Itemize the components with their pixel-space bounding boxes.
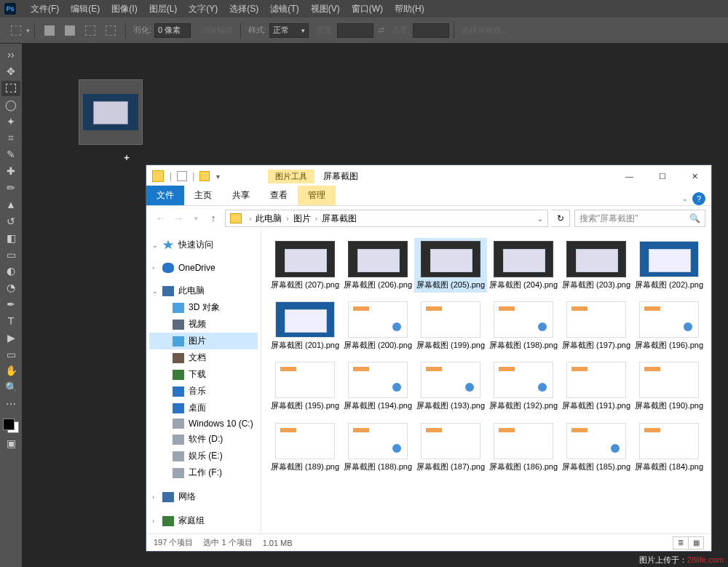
breadcrumb[interactable]: 图片 xyxy=(292,213,312,225)
menu-type[interactable]: 文字(Y) xyxy=(183,3,223,15)
close-button[interactable]: ✕ xyxy=(678,165,711,187)
tree-videos[interactable]: 视频 xyxy=(149,316,258,333)
crumb-sep-icon[interactable]: › xyxy=(283,215,291,223)
tool-preset-icon[interactable] xyxy=(9,23,23,38)
tree-homegroup[interactable]: ›家庭组 xyxy=(149,512,258,529)
eyedropper-tool-icon[interactable]: ✎ xyxy=(1,147,20,162)
brush-tool-icon[interactable]: ✏ xyxy=(1,181,20,196)
refresh-button[interactable]: ↻ xyxy=(551,210,570,227)
minimize-button[interactable]: ― xyxy=(613,165,646,187)
file-item[interactable]: 屏幕截图 (190).png xyxy=(633,359,705,413)
file-item[interactable]: 屏幕截图 (191).png xyxy=(560,359,633,413)
selection-subtract-icon[interactable] xyxy=(83,23,98,38)
menu-file[interactable]: 文件(F) xyxy=(25,3,65,15)
address-bar[interactable]: › 此电脑 › 图片 › 屏幕截图 ⌄ xyxy=(225,210,548,227)
file-grid[interactable]: 屏幕截图 (207).png屏幕截图 (206).png屏幕截图 (205).p… xyxy=(261,231,711,534)
stamp-tool-icon[interactable]: ▲ xyxy=(1,197,20,213)
tree-drive-f[interactable]: 工作 (F:) xyxy=(149,464,258,481)
crop-tool-icon[interactable]: ⌗ xyxy=(1,130,20,146)
maximize-button[interactable]: ☐ xyxy=(646,165,678,187)
nav-back-button[interactable]: ← xyxy=(152,210,170,227)
file-item[interactable]: 屏幕截图 (205).png xyxy=(414,238,487,293)
selection-intersect-icon[interactable] xyxy=(103,23,118,38)
tree-downloads[interactable]: 下载 xyxy=(149,366,258,383)
search-input[interactable]: 搜索"屏幕截图" 🔍 xyxy=(574,210,705,227)
menu-layer[interactable]: 图层(L) xyxy=(143,3,183,15)
menu-help[interactable]: 帮助(H) xyxy=(389,3,430,15)
file-item[interactable]: 屏幕截图 (206).png xyxy=(341,238,414,293)
menu-select[interactable]: 选择(S) xyxy=(223,3,264,15)
file-item[interactable]: 屏幕截图 (188).png xyxy=(341,420,414,475)
tree-drive-e[interactable]: 娱乐 (E:) xyxy=(149,448,258,464)
file-item[interactable]: 屏幕截图 (192).png xyxy=(487,359,560,413)
file-item[interactable]: 屏幕截图 (184).png xyxy=(633,420,705,475)
file-item[interactable]: 屏幕截图 (194).png xyxy=(341,359,414,413)
tree-thispc[interactable]: ⌄此电脑 xyxy=(149,282,258,299)
ribbon-tab-manage[interactable]: 管理 xyxy=(298,186,336,205)
color-swatch[interactable] xyxy=(1,417,20,435)
file-item[interactable]: 屏幕截图 (193).png xyxy=(414,359,487,413)
history-brush-tool-icon[interactable]: ↺ xyxy=(1,213,20,229)
file-item[interactable]: 屏幕截图 (197).png xyxy=(560,298,633,353)
view-details-button[interactable]: ≣ xyxy=(673,536,689,550)
dodge-tool-icon[interactable]: ◔ xyxy=(1,280,20,296)
file-item[interactable]: 屏幕截图 (204).png xyxy=(487,238,560,293)
shape-tool-icon[interactable]: ▭ xyxy=(1,346,20,362)
crumb-sep-icon[interactable]: › xyxy=(312,215,320,223)
ribbon-tab-home[interactable]: 主页 xyxy=(184,186,222,205)
nav-up-button[interactable]: ↑ xyxy=(205,210,222,227)
menu-filter[interactable]: 滤镜(T) xyxy=(264,3,304,15)
collapse-toolbar-icon[interactable]: ›› xyxy=(1,47,20,63)
type-tool-icon[interactable]: T xyxy=(1,314,20,329)
tree-3dobjects[interactable]: 3D 对象 xyxy=(149,299,258,316)
marquee-tool-icon[interactable] xyxy=(1,81,20,96)
nav-forward-button[interactable]: → xyxy=(170,210,187,227)
view-icons-button[interactable]: ▦ xyxy=(688,536,704,550)
breadcrumb[interactable]: 此电脑 xyxy=(254,213,283,225)
wand-tool-icon[interactable]: ✦ xyxy=(1,114,20,129)
eraser-tool-icon[interactable]: ◧ xyxy=(1,230,20,245)
file-item[interactable]: 屏幕截图 (195).png xyxy=(269,359,341,413)
ribbon-expand-icon[interactable]: ⌄ xyxy=(682,195,688,202)
file-item[interactable]: 屏幕截图 (202).png xyxy=(633,238,705,293)
chevron-down-icon[interactable]: ▾ xyxy=(26,27,30,34)
file-item[interactable]: 屏幕截图 (201).png xyxy=(269,298,341,353)
style-select[interactable]: 正常▾ xyxy=(269,23,309,38)
file-item[interactable]: 屏幕截图 (207).png xyxy=(269,238,341,293)
tree-onedrive[interactable]: ›OneDrive xyxy=(149,261,258,275)
qat-dropdown-icon[interactable]: ▾ xyxy=(216,173,220,181)
menu-image[interactable]: 图像(I) xyxy=(106,3,143,15)
tree-network[interactable]: ›网络 xyxy=(149,488,258,505)
ribbon-tab-file[interactable]: 文件 xyxy=(146,186,184,205)
file-item[interactable]: 屏幕截图 (187).png xyxy=(414,420,487,475)
quickmask-tool-icon[interactable]: ▣ xyxy=(1,435,20,451)
file-item[interactable]: 屏幕截图 (198).png xyxy=(487,298,560,353)
tree-drive-c[interactable]: Windows 10 (C:) xyxy=(149,416,258,431)
file-item[interactable]: 屏幕截图 (189).png xyxy=(269,420,341,475)
feather-input[interactable] xyxy=(154,23,191,38)
menu-view[interactable]: 视图(V) xyxy=(305,3,346,15)
qat-properties-icon[interactable] xyxy=(177,171,187,181)
menu-edit[interactable]: 编辑(E) xyxy=(65,3,106,15)
address-dropdown-icon[interactable]: ⌄ xyxy=(533,215,547,223)
canvas-document-thumb[interactable] xyxy=(79,79,143,145)
hand-tool-icon[interactable]: ✋ xyxy=(1,363,20,378)
file-item[interactable]: 屏幕截图 (186).png xyxy=(487,420,560,475)
foreground-color-icon[interactable] xyxy=(3,419,15,430)
nav-history-dropdown[interactable]: ▾ xyxy=(187,210,205,227)
crumb-sep-icon[interactable]: › xyxy=(246,215,254,223)
explorer-titlebar[interactable]: | | ▾ 图片工具 屏幕截图 ― ☐ ✕ xyxy=(146,165,711,187)
path-select-tool-icon[interactable]: ▶ xyxy=(1,330,20,345)
ribbon-tab-share[interactable]: 共享 xyxy=(222,186,260,205)
move-tool-icon[interactable]: ✥ xyxy=(1,64,20,79)
tree-documents[interactable]: 文档 xyxy=(149,349,258,366)
qat-newfolder-icon[interactable] xyxy=(199,171,210,181)
selection-add-icon[interactable] xyxy=(63,23,77,38)
tree-desktop[interactable]: 桌面 xyxy=(149,400,258,416)
tree-quickaccess[interactable]: ⌄快速访问 xyxy=(149,237,258,253)
file-item[interactable]: 屏幕截图 (203).png xyxy=(560,238,633,293)
tree-pictures[interactable]: 图片 xyxy=(149,333,258,349)
file-item[interactable]: 屏幕截图 (200).png xyxy=(341,298,414,353)
file-item[interactable]: 屏幕截图 (185).png xyxy=(560,420,633,475)
heal-tool-icon[interactable]: ✚ xyxy=(1,164,20,179)
